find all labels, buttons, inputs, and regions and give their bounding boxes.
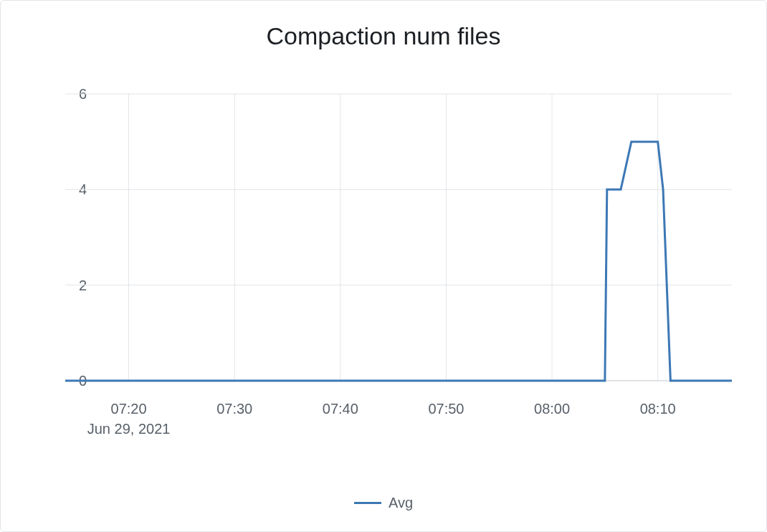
x-date-label: Jun 29, 2021: [87, 421, 171, 437]
chart-container: Compaction num files 0 2 4 6 07:20 07:30…: [0, 0, 767, 532]
chart-title: Compaction num files: [1, 22, 766, 50]
x-tick-label: 07:30: [216, 401, 252, 417]
x-tick-label: 08:00: [534, 401, 570, 417]
legend: Avg: [1, 495, 766, 511]
x-tick-label: 07:40: [323, 401, 358, 417]
plot-area: [65, 94, 732, 381]
x-tick-label: 07:50: [428, 401, 464, 417]
x-tick-label: 07:20: [111, 401, 147, 417]
series-line: [65, 142, 732, 381]
x-tick-label: 08:10: [640, 401, 676, 417]
legend-swatch: [354, 502, 381, 504]
legend-label: Avg: [389, 495, 413, 511]
plot-svg: [65, 94, 732, 381]
